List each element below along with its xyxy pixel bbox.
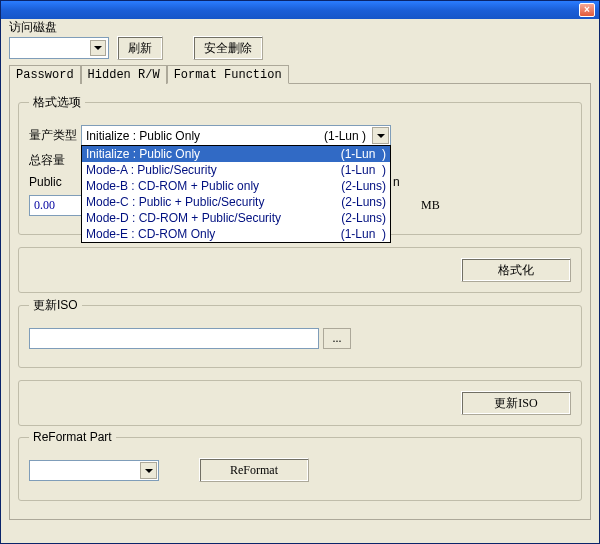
format-options-group: 格式选项 量产类型 Initialize : Public Only (1-Lu… [18, 94, 582, 235]
type-option[interactable]: (2-Luns)Mode-C : Public + Public/Securit… [82, 194, 390, 210]
type-option-label: Mode-E : CD-ROM Only [86, 227, 215, 241]
tab-format-function[interactable]: Format Function [167, 65, 289, 84]
capacity-label: 总容量 [29, 152, 65, 169]
type-option[interactable]: (2-Luns)Mode-D : CD-ROM + Public/Securit… [82, 210, 390, 226]
type-option[interactable]: (1-Lun )Mode-E : CD-ROM Only [82, 226, 390, 242]
type-option-label: Mode-D : CD-ROM + Public/Security [86, 211, 281, 225]
type-option-lun: (2-Luns) [341, 195, 386, 209]
type-option[interactable]: (2-Luns)Mode-B : CD-ROM + Public only [82, 178, 390, 194]
iso-legend: 更新ISO [29, 297, 82, 314]
type-combo[interactable]: Initialize : Public Only (1-Lun ) [81, 125, 391, 146]
type-combo-value-lun: (1-Lun ) [324, 129, 366, 143]
format-button[interactable]: 格式化 [461, 258, 571, 282]
browse-button[interactable]: ... [323, 328, 351, 349]
tab-password[interactable]: Password [9, 65, 81, 84]
format-options-legend: 格式选项 [29, 94, 85, 111]
chevron-down-icon [94, 46, 102, 50]
reformat-combo[interactable] [29, 460, 159, 481]
tab-hidden-rw[interactable]: Hidden R/W [81, 65, 167, 84]
hidden-n: n [393, 175, 400, 189]
type-dropdown: (1-Lun )Initialize : Public Only(1-Lun )… [81, 145, 391, 243]
type-option-label: Initialize : Public Only [86, 147, 200, 161]
iso-path-input[interactable] [29, 328, 319, 349]
update-iso-action-box: 更新ISO [18, 380, 582, 426]
content: 访问磁盘 刷新 安全删除 Password Hidden R/W Format … [1, 19, 599, 528]
app-window: × 访问磁盘 刷新 安全删除 Password Hidden R/W Forma… [0, 0, 600, 544]
disk-select[interactable] [9, 37, 109, 59]
type-option[interactable]: (1-Lun )Initialize : Public Only [82, 146, 390, 162]
type-option-lun: (1-Lun ) [341, 163, 386, 177]
public-label: Public [29, 175, 81, 189]
refresh-button[interactable]: 刷新 [117, 36, 163, 60]
format-page: 格式选项 量产类型 Initialize : Public Only (1-Lu… [9, 84, 591, 520]
chevron-down-icon[interactable] [372, 127, 389, 144]
format-action-box: 格式化 [18, 247, 582, 293]
chevron-down-icon[interactable] [140, 462, 157, 479]
iso-group: 更新ISO ... [18, 297, 582, 368]
reformat-legend: ReFormat Part [29, 430, 116, 444]
type-option-lun: (2-Luns) [341, 179, 386, 193]
titlebar: × [1, 1, 599, 19]
type-option-label: Mode-B : CD-ROM + Public only [86, 179, 259, 193]
tab-bar: Password Hidden R/W Format Function [9, 64, 591, 84]
unit-label: MB [421, 198, 440, 213]
reformat-group: ReFormat Part ReFormat [18, 430, 582, 501]
type-label: 量产类型 [29, 127, 77, 144]
close-icon[interactable]: × [579, 3, 595, 17]
type-option-label: Mode-C : Public + Public/Security [86, 195, 264, 209]
type-combo-value: Initialize : Public Only [86, 129, 200, 143]
safe-remove-button[interactable]: 安全删除 [193, 36, 263, 60]
reformat-button[interactable]: ReFormat [199, 458, 309, 482]
type-option-lun: (2-Luns) [341, 211, 386, 225]
type-option-lun: (1-Lun ) [341, 147, 386, 161]
type-option-lun: (1-Lun ) [341, 227, 386, 241]
type-option-label: Mode-A : Public/Security [86, 163, 217, 177]
type-option[interactable]: (1-Lun )Mode-A : Public/Security [82, 162, 390, 178]
update-iso-button[interactable]: 更新ISO [461, 391, 571, 415]
